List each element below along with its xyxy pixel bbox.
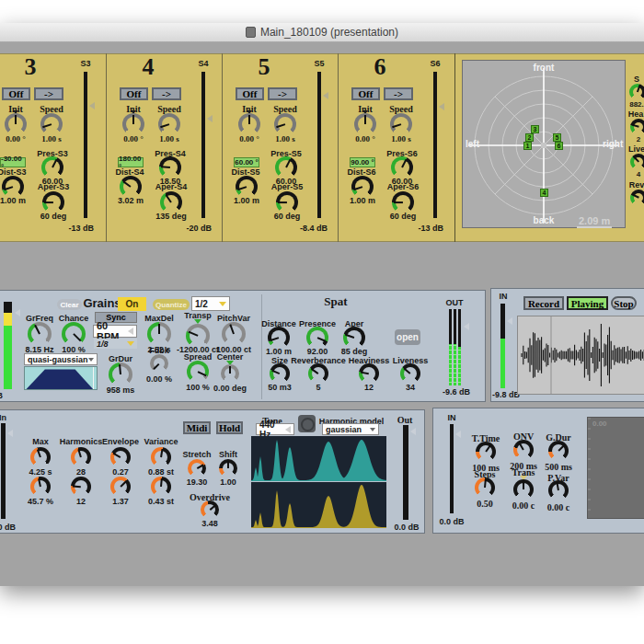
in-gain-handle[interactable] [507,317,512,325]
presence-knob[interactable] [275,156,297,178]
speed-knob[interactable] [40,113,63,135]
shift-knob[interactable] [219,459,237,477]
stop-button[interactable]: Stop [611,296,637,310]
speed-knob[interactable] [390,113,412,135]
off-button[interactable]: Off [2,87,30,100]
variance-knob-1[interactable] [151,447,171,467]
overdrive-knob[interactable] [201,500,219,519]
chance-knob[interactable] [62,322,86,346]
aperture-knob[interactable] [42,191,64,213]
azimuth-numbox[interactable]: 90.00 ° [350,157,375,167]
spat-size-knob[interactable] [270,363,290,384]
function-display[interactable]: 0.00 [587,417,644,519]
open-button[interactable]: open [395,329,420,345]
pitchvar-knob[interactable] [222,322,246,346]
init-knob[interactable] [122,113,144,135]
presence-knob[interactable] [391,156,413,178]
source-marker-5[interactable]: 5 [553,133,561,142]
harmonics-knob-2[interactable] [71,477,91,497]
max-knob-1[interactable] [30,447,51,467]
harmonics-knob-1[interactable] [71,447,91,467]
init-knob[interactable] [354,113,376,135]
off-button[interactable]: Off [351,87,380,100]
source-marker-4[interactable]: 4 [540,189,548,197]
gain-slider-handle[interactable] [89,102,95,109]
spat-aper-knob[interactable] [343,327,365,349]
spat-heaviness-knob[interactable] [359,363,379,384]
playing-button[interactable]: Playing [567,296,608,310]
quantize-button[interactable]: Quantize [153,299,190,310]
route-button[interactable]: -> [384,87,413,100]
speed-knob[interactable] [274,113,296,135]
trans-knob[interactable] [513,479,534,500]
in-gain-handle[interactable] [15,309,20,316]
title-bar[interactable]: Main_180109 (presentation) [0,23,644,42]
out-slider-handle[interactable] [410,428,416,435]
midi-button[interactable]: Midi [183,421,211,434]
max-knob-2[interactable] [30,477,51,497]
fdbk-knob[interactable] [150,354,168,373]
azimuth-numbox[interactable]: 60.00 ° [234,157,259,167]
tune-numbox[interactable]: 440 Hz [256,423,294,435]
gain-slider-handle[interactable] [207,115,213,122]
source-marker-6[interactable]: 6 [555,142,563,150]
division-select[interactable]: 1/8 [94,339,137,349]
route-button[interactable]: -> [34,87,63,100]
off-button[interactable]: Off [120,87,148,100]
envelope-type-select[interactable]: quasi-gaussian [24,353,98,365]
azimuth-numbox[interactable]: 180.00 ° [118,157,144,167]
off-button[interactable]: Off [236,87,264,100]
liveness-knob[interactable] [630,154,644,170]
aperture-knob[interactable] [160,191,182,213]
spat-distance-knob[interactable] [268,327,290,349]
distance-knob[interactable] [236,176,258,198]
distance-knob[interactable] [351,176,374,198]
record-button[interactable]: Record [523,296,564,310]
spat-liveness-knob[interactable] [400,363,420,384]
quantize-select[interactable]: 1/2 [191,296,230,311]
center-knob[interactable] [221,364,239,383]
presence-knob[interactable] [41,156,63,178]
heaviness-knob[interactable] [630,119,644,135]
speed-knob[interactable] [158,113,180,135]
presence-knob[interactable] [159,156,181,178]
pvar-knob[interactable] [548,480,569,500]
envelope-knob-2[interactable] [110,477,131,497]
init-knob[interactable] [238,113,260,135]
source-marker-2[interactable]: 2 [525,133,534,142]
steps-knob[interactable] [475,477,495,498]
in-gain-handle[interactable] [7,430,13,437]
envelope-knob-1[interactable] [110,447,131,467]
grains-on-toggle[interactable]: On [118,297,146,311]
gdur-knob[interactable] [548,441,569,461]
route-button[interactable]: -> [152,87,181,100]
aperture-knob[interactable] [392,191,414,213]
init-knob[interactable] [5,113,27,135]
spat-reverb-knob[interactable] [308,363,328,384]
hold-button[interactable]: Hold [216,421,243,434]
bpm-numbox[interactable]: 60 BPM [93,325,137,338]
distance-knob[interactable] [2,176,24,198]
distance-knob[interactable] [120,176,142,198]
spread-knob[interactable] [187,361,209,383]
gain-slider-handle[interactable] [323,92,328,99]
route-button[interactable]: -> [268,87,297,100]
dial-button[interactable] [298,415,316,432]
side-knob[interactable] [629,84,644,100]
out-gain-handle[interactable] [464,323,469,330]
harmonic-model-select[interactable]: gaussian [322,423,379,435]
stretch-knob[interactable] [188,459,206,477]
source-marker-1[interactable]: 1 [523,142,532,150]
aperture-knob[interactable] [276,191,298,213]
source-marker-3[interactable]: 3 [531,125,539,133]
gain-slider-handle[interactable] [439,103,444,110]
clear-button[interactable]: Clear [57,299,82,310]
grdur-knob[interactable] [109,362,132,386]
onv-knob[interactable] [513,440,534,460]
in-gain-handle[interactable] [455,431,461,438]
out-slider[interactable] [403,425,408,520]
reverb-knob[interactable] [630,190,644,206]
waveform-display[interactable] [517,316,644,395]
variance-knob-2[interactable] [151,477,171,497]
ttime-knob[interactable] [476,442,496,462]
